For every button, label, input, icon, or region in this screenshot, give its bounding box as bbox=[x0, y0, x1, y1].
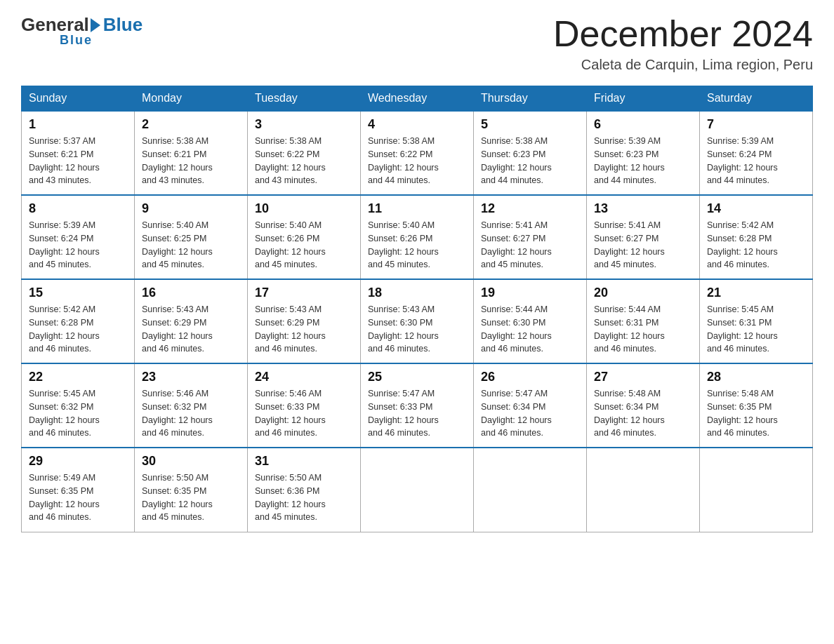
calendar-cell bbox=[474, 448, 587, 532]
calendar-cell: 11 Sunrise: 5:40 AM Sunset: 6:26 PM Dayl… bbox=[361, 195, 474, 279]
calendar-cell: 26 Sunrise: 5:47 AM Sunset: 6:34 PM Dayl… bbox=[474, 363, 587, 448]
header-thursday: Thursday bbox=[474, 86, 587, 112]
day-info: Sunrise: 5:40 AM Sunset: 6:26 PM Dayligh… bbox=[255, 219, 353, 271]
day-number: 12 bbox=[481, 201, 579, 216]
day-info: Sunrise: 5:50 AM Sunset: 6:36 PM Dayligh… bbox=[255, 471, 353, 524]
day-number: 19 bbox=[481, 286, 579, 300]
calendar-cell: 29 Sunrise: 5:49 AM Sunset: 6:35 PM Dayl… bbox=[22, 448, 135, 532]
logo: General Blue Blue bbox=[21, 14, 143, 48]
day-info: Sunrise: 5:47 AM Sunset: 6:34 PM Dayligh… bbox=[481, 387, 579, 440]
day-number: 29 bbox=[29, 454, 127, 469]
page-header: General Blue Blue December 2024 Caleta d… bbox=[21, 14, 813, 73]
month-title: December 2024 bbox=[553, 14, 813, 54]
day-info: Sunrise: 5:39 AM Sunset: 6:24 PM Dayligh… bbox=[29, 219, 127, 271]
day-info: Sunrise: 5:43 AM Sunset: 6:29 PM Dayligh… bbox=[255, 303, 353, 356]
calendar-cell: 18 Sunrise: 5:43 AM Sunset: 6:30 PM Dayl… bbox=[361, 279, 474, 363]
day-info: Sunrise: 5:38 AM Sunset: 6:23 PM Dayligh… bbox=[481, 135, 579, 187]
calendar-cell bbox=[587, 448, 700, 532]
header-monday: Monday bbox=[135, 86, 248, 112]
calendar-cell: 27 Sunrise: 5:48 AM Sunset: 6:34 PM Dayl… bbox=[587, 363, 700, 448]
calendar-cell: 25 Sunrise: 5:47 AM Sunset: 6:33 PM Dayl… bbox=[361, 363, 474, 448]
calendar-cell: 15 Sunrise: 5:42 AM Sunset: 6:28 PM Dayl… bbox=[22, 279, 135, 363]
calendar-cell: 31 Sunrise: 5:50 AM Sunset: 6:36 PM Dayl… bbox=[248, 448, 361, 532]
day-number: 14 bbox=[707, 201, 805, 216]
calendar-cell: 9 Sunrise: 5:40 AM Sunset: 6:25 PM Dayli… bbox=[135, 195, 248, 279]
day-number: 13 bbox=[594, 201, 692, 216]
day-info: Sunrise: 5:48 AM Sunset: 6:34 PM Dayligh… bbox=[594, 387, 692, 440]
calendar-cell: 12 Sunrise: 5:41 AM Sunset: 6:27 PM Dayl… bbox=[474, 195, 587, 279]
day-info: Sunrise: 5:45 AM Sunset: 6:32 PM Dayligh… bbox=[29, 387, 127, 440]
day-info: Sunrise: 5:38 AM Sunset: 6:22 PM Dayligh… bbox=[368, 135, 466, 187]
week-row-3: 15 Sunrise: 5:42 AM Sunset: 6:28 PM Dayl… bbox=[22, 279, 813, 363]
calendar-table: Sunday Monday Tuesday Wednesday Thursday… bbox=[21, 86, 813, 532]
location-title: Caleta de Carquin, Lima region, Peru bbox=[553, 57, 813, 73]
calendar-cell: 8 Sunrise: 5:39 AM Sunset: 6:24 PM Dayli… bbox=[22, 195, 135, 279]
logo-blue-text: Blue bbox=[103, 14, 143, 36]
logo-underline: Blue bbox=[60, 33, 93, 48]
title-section: December 2024 Caleta de Carquin, Lima re… bbox=[553, 14, 813, 73]
day-info: Sunrise: 5:43 AM Sunset: 6:30 PM Dayligh… bbox=[368, 303, 466, 356]
day-info: Sunrise: 5:47 AM Sunset: 6:33 PM Dayligh… bbox=[368, 387, 466, 440]
day-number: 26 bbox=[481, 370, 579, 384]
day-number: 8 bbox=[29, 201, 127, 216]
day-info: Sunrise: 5:40 AM Sunset: 6:26 PM Dayligh… bbox=[368, 219, 466, 271]
header-saturday: Saturday bbox=[700, 86, 813, 112]
header-wednesday: Wednesday bbox=[361, 86, 474, 112]
calendar-cell: 16 Sunrise: 5:43 AM Sunset: 6:29 PM Dayl… bbox=[135, 279, 248, 363]
day-number: 11 bbox=[368, 201, 466, 216]
calendar-cell bbox=[700, 448, 813, 532]
calendar-cell: 1 Sunrise: 5:37 AM Sunset: 6:21 PM Dayli… bbox=[22, 111, 135, 195]
calendar-cell bbox=[361, 448, 474, 532]
day-number: 6 bbox=[594, 117, 692, 132]
day-info: Sunrise: 5:46 AM Sunset: 6:33 PM Dayligh… bbox=[255, 387, 353, 440]
day-number: 1 bbox=[29, 117, 127, 132]
calendar-cell: 19 Sunrise: 5:44 AM Sunset: 6:30 PM Dayl… bbox=[474, 279, 587, 363]
calendar-cell: 23 Sunrise: 5:46 AM Sunset: 6:32 PM Dayl… bbox=[135, 363, 248, 448]
calendar-cell: 6 Sunrise: 5:39 AM Sunset: 6:23 PM Dayli… bbox=[587, 111, 700, 195]
day-number: 21 bbox=[707, 286, 805, 300]
header-row: Sunday Monday Tuesday Wednesday Thursday… bbox=[22, 86, 813, 112]
calendar-cell: 5 Sunrise: 5:38 AM Sunset: 6:23 PM Dayli… bbox=[474, 111, 587, 195]
day-info: Sunrise: 5:46 AM Sunset: 6:32 PM Dayligh… bbox=[142, 387, 240, 440]
day-number: 10 bbox=[255, 201, 353, 216]
day-info: Sunrise: 5:44 AM Sunset: 6:30 PM Dayligh… bbox=[481, 303, 579, 356]
day-number: 7 bbox=[707, 117, 805, 132]
calendar-cell: 28 Sunrise: 5:48 AM Sunset: 6:35 PM Dayl… bbox=[700, 363, 813, 448]
day-number: 22 bbox=[29, 370, 127, 384]
calendar-cell: 30 Sunrise: 5:50 AM Sunset: 6:35 PM Dayl… bbox=[135, 448, 248, 532]
day-info: Sunrise: 5:44 AM Sunset: 6:31 PM Dayligh… bbox=[594, 303, 692, 356]
day-number: 20 bbox=[594, 286, 692, 300]
calendar-cell: 21 Sunrise: 5:45 AM Sunset: 6:31 PM Dayl… bbox=[700, 279, 813, 363]
day-info: Sunrise: 5:39 AM Sunset: 6:23 PM Dayligh… bbox=[594, 135, 692, 187]
calendar-cell: 2 Sunrise: 5:38 AM Sunset: 6:21 PM Dayli… bbox=[135, 111, 248, 195]
day-info: Sunrise: 5:50 AM Sunset: 6:35 PM Dayligh… bbox=[142, 471, 240, 524]
day-number: 2 bbox=[142, 117, 240, 132]
day-number: 15 bbox=[29, 286, 127, 300]
day-number: 23 bbox=[142, 370, 240, 384]
calendar-cell: 24 Sunrise: 5:46 AM Sunset: 6:33 PM Dayl… bbox=[248, 363, 361, 448]
calendar-cell: 7 Sunrise: 5:39 AM Sunset: 6:24 PM Dayli… bbox=[700, 111, 813, 195]
day-info: Sunrise: 5:48 AM Sunset: 6:35 PM Dayligh… bbox=[707, 387, 805, 440]
header-friday: Friday bbox=[587, 86, 700, 112]
day-number: 3 bbox=[255, 117, 353, 132]
day-number: 4 bbox=[368, 117, 466, 132]
calendar-cell: 22 Sunrise: 5:45 AM Sunset: 6:32 PM Dayl… bbox=[22, 363, 135, 448]
week-row-4: 22 Sunrise: 5:45 AM Sunset: 6:32 PM Dayl… bbox=[22, 363, 813, 448]
day-info: Sunrise: 5:45 AM Sunset: 6:31 PM Dayligh… bbox=[707, 303, 805, 356]
day-number: 28 bbox=[707, 370, 805, 384]
day-number: 27 bbox=[594, 370, 692, 384]
day-info: Sunrise: 5:42 AM Sunset: 6:28 PM Dayligh… bbox=[707, 219, 805, 271]
day-number: 17 bbox=[255, 286, 353, 300]
header-sunday: Sunday bbox=[22, 86, 135, 112]
day-number: 18 bbox=[368, 286, 466, 300]
week-row-1: 1 Sunrise: 5:37 AM Sunset: 6:21 PM Dayli… bbox=[22, 111, 813, 195]
day-info: Sunrise: 5:38 AM Sunset: 6:21 PM Dayligh… bbox=[142, 135, 240, 187]
day-number: 24 bbox=[255, 370, 353, 384]
calendar-cell: 17 Sunrise: 5:43 AM Sunset: 6:29 PM Dayl… bbox=[248, 279, 361, 363]
logo-triangle-icon bbox=[91, 18, 100, 32]
day-info: Sunrise: 5:37 AM Sunset: 6:21 PM Dayligh… bbox=[29, 135, 127, 187]
day-number: 5 bbox=[481, 117, 579, 132]
day-info: Sunrise: 5:40 AM Sunset: 6:25 PM Dayligh… bbox=[142, 219, 240, 271]
day-number: 9 bbox=[142, 201, 240, 216]
day-info: Sunrise: 5:49 AM Sunset: 6:35 PM Dayligh… bbox=[29, 471, 127, 524]
